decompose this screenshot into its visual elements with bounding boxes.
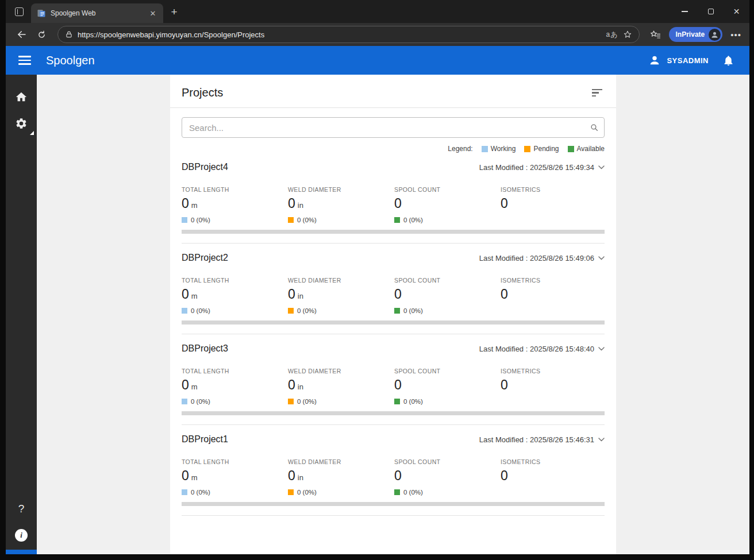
tab-close-icon[interactable]: ✕: [147, 7, 159, 19]
stat-value-row: 0 in: [288, 377, 394, 393]
project-stat: WELD DIAMETER 0 in 0 (0%): [288, 277, 394, 314]
stat-swatch: [182, 308, 187, 314]
stat-value-row: 0: [394, 287, 501, 302]
stat-value: 0: [182, 468, 189, 484]
sort-icon[interactable]: [590, 87, 605, 99]
back-button[interactable]: [14, 26, 30, 43]
stat-unit: in: [298, 292, 303, 300]
project-last-modified-toggle[interactable]: Last Modified : 2025/8/26 15:49:06: [479, 254, 605, 262]
stat-value: 0: [394, 377, 402, 393]
stat-value: 0: [182, 377, 189, 393]
page-title: Projects: [182, 86, 223, 99]
legend-item: Working: [482, 145, 516, 153]
sidebar-item-about[interactable]: i: [6, 522, 37, 549]
browser-menu-icon[interactable]: •••: [730, 30, 741, 40]
notifications-bell-icon[interactable]: [722, 55, 734, 67]
project-last-modified: Last Modified : 2025/8/26 15:46:31: [479, 435, 594, 444]
username: SYSADMIN: [667, 56, 709, 65]
stat-sub: 0 (0%): [191, 398, 210, 405]
project-progress-bar: [182, 411, 605, 415]
project-stat: ISOMETRICS 0: [501, 277, 607, 314]
search-input[interactable]: [182, 117, 605, 138]
stat-swatch: [288, 308, 294, 314]
stat-label: TOTAL LENGTH: [182, 186, 288, 193]
minimize-button[interactable]: [672, 0, 698, 23]
sidebar-top: [6, 75, 37, 137]
stat-label: ISOMETRICS: [501, 368, 607, 374]
panel-header: Projects: [182, 75, 605, 107]
stat-sub: 0 (0%): [403, 489, 423, 496]
stat-swatch: [394, 399, 400, 404]
stat-value-row: 0 in: [288, 468, 394, 484]
browser-tab[interactable]: Spoolgen Web ✕: [31, 3, 163, 23]
project-last-modified-toggle[interactable]: Last Modified : 2025/8/26 15:48:40: [479, 345, 605, 353]
stat-sub-row: 0 (0%): [288, 216, 394, 223]
project-stats: TOTAL LENGTH 0 m 0 (0%) WELD DIAMETER 0 …: [182, 458, 605, 496]
tab-actions-icon[interactable]: [9, 2, 29, 21]
sidebar-item-home[interactable]: [6, 84, 37, 110]
stat-value: 0: [501, 468, 508, 484]
stat-sub-row: 0 (0%): [394, 488, 501, 496]
legend-swatch: [524, 146, 530, 152]
stat-swatch: [288, 217, 294, 223]
stat-swatch: [394, 217, 400, 223]
project-progress-bar: [182, 502, 605, 506]
project-stat: SPOOL COUNT 0 0 (0%): [394, 186, 501, 223]
profile-avatar: [709, 29, 721, 41]
favorite-star-icon[interactable]: [623, 30, 632, 39]
user-icon[interactable]: [648, 54, 661, 67]
project-card-header: DBProject2 Last Modified : 2025/8/26 15:…: [182, 253, 605, 263]
address-bar[interactable]: https://spoolgenwebapi.yimoyuyan.cn/Spoo…: [57, 26, 640, 43]
sidebar-item-settings[interactable]: [6, 110, 37, 137]
stat-sub-row: 0 (0%): [182, 488, 288, 496]
toolbar-right: InPrivate •••: [650, 27, 741, 42]
close-button[interactable]: ✕: [724, 0, 749, 23]
stat-value: 0: [288, 468, 295, 484]
stat-label: TOTAL LENGTH: [182, 368, 288, 374]
menu-toggle-icon[interactable]: [18, 56, 31, 64]
project-last-modified-toggle[interactable]: Last Modified : 2025/8/26 15:46:31: [479, 435, 605, 444]
project-stats: TOTAL LENGTH 0 m 0 (0%) WELD DIAMETER 0 …: [182, 368, 605, 405]
chevron-down-icon: [598, 347, 605, 351]
project-name: DBProject2: [182, 253, 228, 263]
stat-label: WELD DIAMETER: [288, 277, 394, 284]
stat-sub-row: 0 (0%): [182, 397, 288, 405]
stat-sub-row: 0 (0%): [394, 397, 501, 405]
stat-unit: m: [191, 201, 198, 210]
favicon-icon: [37, 9, 46, 18]
project-name: DBProject4: [182, 162, 228, 172]
new-tab-button[interactable]: +: [166, 3, 183, 21]
project-card: DBProject3 Last Modified : 2025/8/26 15:…: [182, 334, 605, 425]
stat-label: WELD DIAMETER: [288, 368, 394, 374]
stat-unit: m: [191, 383, 198, 391]
refresh-button[interactable]: [33, 26, 49, 43]
favorites-hub-icon[interactable]: [650, 30, 661, 40]
search-icon: [590, 123, 599, 132]
project-stat: WELD DIAMETER 0 in 0 (0%): [288, 368, 394, 405]
stat-unit: m: [191, 292, 198, 300]
maximize-button[interactable]: [698, 0, 724, 23]
panel-tail: [182, 516, 605, 543]
workarea: ? i Projects: [6, 75, 749, 554]
project-stat: SPOOL COUNT 0 0 (0%): [394, 277, 501, 314]
inprivate-badge[interactable]: InPrivate: [669, 27, 723, 42]
stat-swatch: [288, 489, 294, 495]
stat-label: TOTAL LENGTH: [182, 277, 288, 284]
sidebar-item-help[interactable]: ?: [6, 496, 37, 522]
legend-item-label: Available: [577, 145, 605, 153]
stat-value: 0: [182, 196, 189, 211]
stat-sub-row: 0 (0%): [394, 307, 501, 314]
project-last-modified-toggle[interactable]: Last Modified : 2025/8/26 15:49:34: [479, 163, 605, 172]
stat-sub-row: 0 (0%): [288, 307, 394, 314]
stat-value: 0: [394, 287, 402, 302]
stat-swatch: [394, 489, 400, 495]
stat-value: 0: [394, 196, 402, 211]
app-header: Spoolgen SYSADMIN: [6, 46, 749, 75]
project-stat: TOTAL LENGTH 0 m 0 (0%): [182, 368, 288, 405]
submenu-expand-triangle: [30, 131, 34, 135]
project-stat: ISOMETRICS 0: [501, 458, 607, 496]
translate-icon[interactable]: aあ: [606, 30, 618, 40]
stat-sub-row: 0 (0%): [288, 488, 394, 496]
project-card-header: DBProject1 Last Modified : 2025/8/26 15:…: [182, 434, 605, 445]
app-title: Spoolgen: [46, 54, 95, 67]
